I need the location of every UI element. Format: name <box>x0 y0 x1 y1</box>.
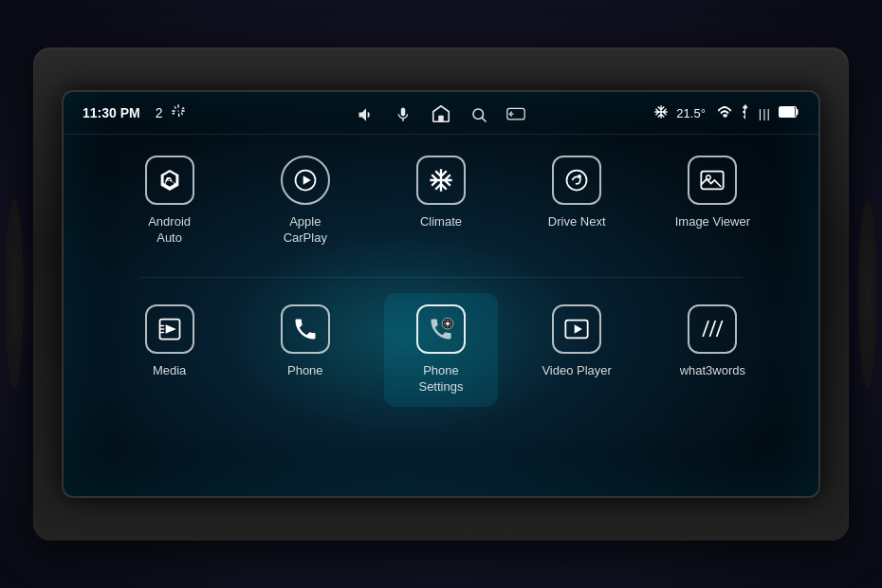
app-media[interactable]: Media <box>113 293 227 407</box>
android-auto-label: AndroidAuto <box>148 214 191 247</box>
wifi-icon <box>717 105 732 121</box>
svg-point-9 <box>579 175 580 177</box>
app-climate[interactable]: Climate <box>384 144 498 258</box>
search-icon[interactable] <box>470 106 487 127</box>
battery-icon <box>779 106 799 120</box>
app-what3words[interactable]: /// what3words <box>655 293 769 407</box>
what3words-label: what3words <box>680 363 745 379</box>
phone-label: Phone <box>287 363 323 379</box>
fan-icon <box>171 103 186 122</box>
car-dashboard: 11:30 PM 2 <box>33 47 849 541</box>
svg-rect-0 <box>438 116 444 121</box>
svg-marker-7 <box>303 175 310 184</box>
svg-point-17 <box>446 322 450 325</box>
phone-settings-label: PhoneSettings <box>418 363 463 395</box>
app-android-auto[interactable]: AndroidAuto <box>113 144 227 258</box>
app-drive-next[interactable]: Drive Next <box>520 144 634 258</box>
svg-point-1 <box>473 109 484 119</box>
drive-next-label: Drive Next <box>548 214 606 230</box>
fan-level: 2 <box>156 105 163 120</box>
image-viewer-label: Image Viewer <box>675 214 750 230</box>
app-phone-settings[interactable]: PhoneSettings <box>384 293 498 407</box>
home-icon[interactable] <box>431 103 451 129</box>
svg-line-2 <box>482 118 486 121</box>
svg-rect-5 <box>781 107 795 116</box>
status-bar: 11:30 PM 2 <box>64 92 818 134</box>
app-phone[interactable]: Phone <box>248 293 362 407</box>
back-icon[interactable] <box>506 106 525 127</box>
signal-icon: ||| <box>759 106 771 120</box>
media-label: Media <box>153 363 186 379</box>
app-video-player[interactable]: Video Player <box>520 293 634 407</box>
app-image-viewer[interactable]: Image Viewer <box>655 144 769 258</box>
app-row-2: Media Phone <box>101 293 781 407</box>
svg-marker-19 <box>575 324 582 333</box>
svg-point-8 <box>567 171 587 191</box>
snowflake-icon <box>653 104 669 122</box>
clock-display: 11:30 PM <box>83 105 140 120</box>
apple-carplay-label: AppleCarPlay <box>284 214 327 247</box>
temp-value: 21.5° <box>676 106 706 120</box>
infotainment-screen: 11:30 PM 2 <box>62 90 820 498</box>
app-apple-carplay[interactable]: AppleCarPlay <box>248 144 362 258</box>
climate-label: Climate <box>420 214 462 230</box>
volume-icon[interactable] <box>357 105 376 128</box>
app-row-1: AndroidAuto AppleCarPlay <box>101 144 781 258</box>
mic-icon[interactable] <box>395 106 412 127</box>
video-player-label: Video Player <box>542 363 611 379</box>
bluetooth-icon <box>740 104 751 122</box>
